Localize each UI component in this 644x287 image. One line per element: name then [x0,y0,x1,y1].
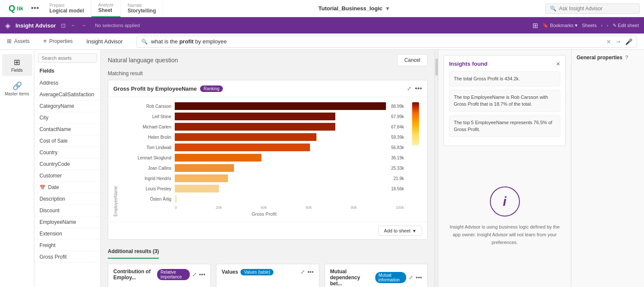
bar-row-3: Helen Brolin 59.39k [124,133,404,141]
fields-search-input[interactable] [42,55,93,61]
ia-next-sheet-icon[interactable]: › [607,23,608,28]
qlik-logo[interactable]: Q lik [4,3,27,13]
additional-card-expand-1[interactable]: ⤢ [301,269,305,275]
bar-value-2: 67.84k [391,125,404,129]
additional-card-2: Mutual dependency bet... Mutual informat… [325,264,428,287]
add-to-sheet-label: Add to sheet [384,228,410,233]
fields-panel: Fields Address AverageCallSatisfaction C… [34,50,101,287]
field-item-customer[interactable]: Customer [34,170,100,182]
bar-label-3: Helen Brolin [124,135,171,140]
ia-edit-sheet-btn[interactable]: ✎ Edit sheet [613,23,639,28]
sidebar-item-master-items[interactable]: 🔗 Master items [2,78,32,100]
insight-item-0: The total Gross Profit is 434.2k. [449,71,560,86]
info-circle: i [490,186,520,217]
nav-narrate[interactable]: Narrate Storytelling [121,0,163,17]
sidebar-item-fields[interactable]: ⊞ Fields [2,54,32,76]
ia-prev-sheet-icon[interactable]: ‹ [601,23,603,28]
tab-properties[interactable]: ≡ Properties [36,34,79,50]
right-panel: Insights found ✕ The total Gross Profit … [438,50,571,287]
field-item-country[interactable]: Country [34,147,100,159]
search-submit-icon[interactable]: → [615,38,622,46]
bar-value-5: 36.19k [391,156,404,160]
field-item-freight[interactable]: Freight [34,240,100,251]
field-item-date[interactable]: 📅 Date [34,182,100,193]
top-search-input[interactable] [559,6,623,12]
ia-back-icon[interactable]: ← [71,22,76,28]
ia-grid-icon[interactable]: ⊞ [532,21,538,30]
master-items-label: Master items [5,92,29,96]
cancel-button[interactable]: Cancel [397,54,428,66]
additional-card-header-2: Mutual dependency bet... Mutual informat… [330,269,422,287]
field-item-employeename[interactable]: EmployeeName [34,217,100,228]
chart-card-header: Gross Profit by EmployeeName Ranking ⤢ •… [108,80,427,97]
field-item-grossprofit[interactable]: Gross Profit [34,251,100,263]
bar-value-0: 88.99k [391,104,404,109]
additional-card-expand-2[interactable]: ⤢ [409,275,413,281]
additional-results-label: Additional results (3) [108,248,159,254]
nav-prepare[interactable]: Prepare Logical model [43,0,91,17]
field-item-avgcall[interactable]: AverageCallSatisfaction [34,89,100,101]
search-clear-icon[interactable]: ✕ [606,38,611,45]
bar-track-6 [175,164,386,172]
ia-bookmarks-icon[interactable]: 🔖 Bookmarks ▾ [542,22,578,28]
bar-label-7: Ingrid Hendrix [124,176,171,181]
bar-row-2: Michael Carlen 67.84k [124,123,404,131]
x-axis-60k: 60k [306,205,312,210]
tab-assets-label: Assets [14,38,30,44]
field-item-address[interactable]: Address [34,77,100,89]
ia-selections-icon[interactable]: ⊡ [61,22,66,29]
field-item-countrycode[interactable]: CountryCode [34,159,100,170]
nav-analyze[interactable]: Analyze Sheet [91,0,121,17]
bar-value-6: 25.33k [391,166,404,171]
x-axis-labels: 0 20k 40k 60k 80k 100k [124,205,404,210]
field-item-description[interactable]: Description [34,193,100,205]
chart-scrollbar[interactable] [434,50,438,287]
chart-scrollbar-thumb[interactable] [435,58,438,76]
general-properties-label: General properties [577,55,623,61]
field-item-discount[interactable]: Discount [34,205,100,217]
general-properties-help-icon[interactable]: ? [625,54,629,61]
chart-expand-icon[interactable]: ⤢ [407,85,411,92]
bar-track-4 [175,144,386,151]
top-search-bar[interactable]: 🔍 [545,3,640,14]
field-item-categoryname[interactable]: CategoryName [34,101,100,112]
bar-label-8: Louis Presley [124,186,171,191]
qlik-q: Q [9,3,15,13]
general-properties-panel: General properties ? [571,50,644,287]
add-to-sheet-button[interactable]: Add to sheet ▼ [378,226,422,236]
field-item-costofsale[interactable]: Cost of Sale [34,135,100,147]
additional-card-more-0[interactable]: ••• [199,271,206,278]
fields-icon: ⊞ [14,58,20,67]
insights-found-close-icon[interactable]: ✕ [556,61,560,67]
additional-card-expand-0[interactable]: ⤢ [192,272,197,278]
nlq-search-area[interactable]: 🔍 what is the profit by employee ✕ → 🎤 [137,36,637,48]
additional-results-tab[interactable]: Additional results (3) [108,245,159,264]
field-item-city[interactable]: City [34,112,100,124]
bar-fill-2 [175,123,335,131]
bar-fill-7 [175,174,228,182]
fields-search-box[interactable] [38,53,97,63]
field-item-extension[interactable]: Extension [34,228,100,240]
tab-properties-label: Properties [49,38,73,44]
bar-chart: Rob Carsson 88.99k Leif Shine [124,102,404,217]
search-mic-icon[interactable]: 🎤 [625,38,632,45]
additional-card-more-2[interactable]: ••• [416,274,422,281]
chart-more-icon[interactable]: ••• [415,85,422,92]
bar-value-4: 56.83k [391,145,404,150]
insight-item-1: The top EmployeeName is Rob Carsson with… [449,90,560,112]
date-calendar-icon: 📅 [39,185,46,190]
bar-label-4: Tom Lindwall [124,145,171,150]
app-menu-dots[interactable]: ••• [27,4,43,13]
info-text: Insight Advisor is using business logic … [447,223,562,246]
properties-icon: ≡ [43,38,47,44]
additional-card-more-1[interactable]: ••• [307,269,314,275]
content-area: Natural language question Cancel Matchin… [101,50,434,287]
ia-forward-icon[interactable]: → [81,22,86,28]
field-item-contactname[interactable]: ContactName [34,124,100,135]
app-title-dropdown-icon[interactable]: ▼ [385,6,390,12]
tab-assets[interactable]: ⊞ Assets [0,34,36,50]
ia-sheets-label[interactable]: Sheets [582,23,596,28]
additional-card-header-0: Contribution of Employ... Relative impor… [113,269,205,281]
nlq-header: Natural language question Cancel [101,50,434,70]
insights-found-title: Insights found [449,61,488,67]
